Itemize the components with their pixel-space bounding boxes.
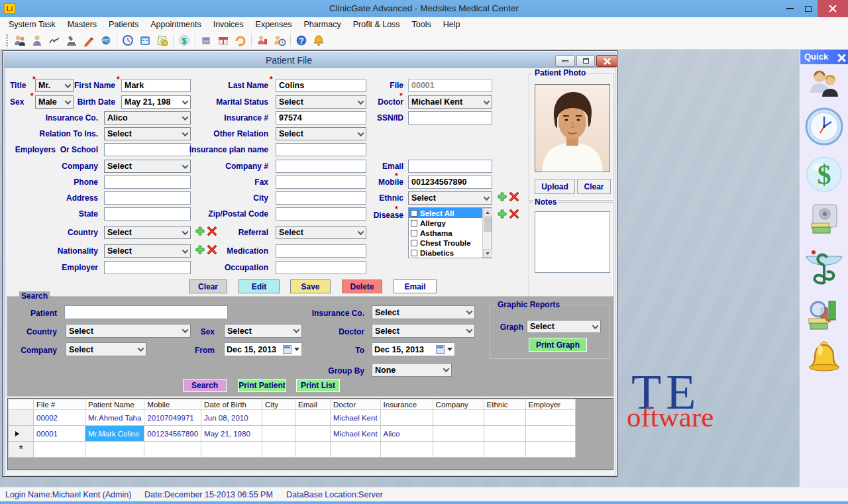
quick-safe-icon[interactable] bbox=[806, 202, 842, 240]
search-country-select[interactable]: Select bbox=[66, 324, 191, 338]
menu-pharmacy[interactable]: Pharmacy bbox=[297, 18, 346, 31]
grid-row-1[interactable]: 00002 Mr.Ahmed Taha 20107049971 Jun 08, … bbox=[9, 410, 576, 426]
disease-item-allergy[interactable]: Allergy bbox=[409, 218, 492, 228]
cell[interactable]: Michael Kent bbox=[331, 410, 380, 426]
col-dob[interactable]: Date of Birth bbox=[201, 399, 262, 410]
patients-icon[interactable] bbox=[11, 33, 28, 48]
search-doctor-select[interactable]: Select bbox=[372, 324, 475, 338]
quick-pharmacy-icon[interactable] bbox=[804, 242, 845, 293]
notes-textarea[interactable] bbox=[535, 211, 610, 273]
doctor-select[interactable]: Michael Kent bbox=[408, 95, 492, 109]
refresh-icon[interactable] bbox=[232, 33, 249, 48]
signature-icon[interactable] bbox=[46, 33, 63, 48]
col-city[interactable]: City bbox=[262, 399, 295, 410]
menu-profit-loss[interactable]: Profit & Loss bbox=[347, 18, 406, 31]
cell[interactable] bbox=[295, 410, 331, 426]
menu-system-task[interactable]: System Task bbox=[3, 18, 62, 31]
cell[interactable] bbox=[34, 442, 85, 458]
cell[interactable] bbox=[484, 426, 525, 442]
dollar-icon[interactable]: $ bbox=[176, 33, 193, 48]
nationality-select[interactable]: Select bbox=[104, 244, 191, 258]
photo-clear-button[interactable]: Clear bbox=[577, 179, 611, 194]
close-button[interactable] bbox=[818, 0, 848, 17]
cell[interactable] bbox=[201, 442, 262, 458]
search-to-date[interactable]: Dec 15, 2013 bbox=[372, 342, 455, 356]
disease-item-asthama[interactable]: Asthama bbox=[409, 228, 492, 238]
col-mobile[interactable]: Mobile bbox=[144, 399, 201, 410]
address-input[interactable] bbox=[104, 191, 191, 205]
cell[interactable] bbox=[144, 442, 201, 458]
menu-patients[interactable]: Patients bbox=[103, 18, 144, 31]
help-icon[interactable]: ? bbox=[293, 33, 310, 48]
globe-icon[interactable] bbox=[97, 33, 115, 48]
email-button[interactable]: Email bbox=[394, 279, 437, 293]
country-select[interactable]: Select bbox=[104, 226, 191, 239]
checkbox-icon[interactable] bbox=[411, 220, 417, 227]
cell[interactable] bbox=[484, 442, 525, 458]
checkbox-icon[interactable] bbox=[411, 210, 417, 217]
upload-button[interactable]: Upload bbox=[535, 179, 575, 194]
menu-tools[interactable]: Tools bbox=[406, 18, 437, 31]
state-input[interactable] bbox=[104, 207, 191, 221]
other-relation-select[interactable]: Select bbox=[276, 127, 366, 140]
cell[interactable] bbox=[331, 442, 380, 458]
employer-input[interactable] bbox=[104, 261, 191, 274]
print-graph-button[interactable]: Print Graph bbox=[529, 338, 587, 352]
menu-invoices[interactable]: Invoices bbox=[207, 18, 250, 31]
group-by-select[interactable]: None bbox=[372, 363, 452, 377]
ethnic-add-icon[interactable] bbox=[497, 191, 507, 205]
cell[interactable] bbox=[380, 410, 433, 426]
checkbox-icon[interactable] bbox=[411, 230, 417, 236]
medication-input[interactable] bbox=[276, 244, 366, 258]
col-file[interactable]: File # bbox=[34, 399, 85, 410]
grid-row-new[interactable]: * bbox=[9, 442, 576, 458]
bell-icon[interactable] bbox=[310, 33, 327, 48]
disease-add-icon[interactable] bbox=[497, 209, 507, 222]
disease-item-chest-trouble[interactable]: Chest Trouble bbox=[409, 238, 492, 248]
menu-appointments[interactable]: Appointments bbox=[144, 18, 207, 31]
birth-date-select[interactable]: May 21, 198 bbox=[121, 95, 191, 109]
mobile-input[interactable]: 001234567890 bbox=[408, 176, 492, 189]
file-input[interactable]: 00001 bbox=[408, 79, 492, 92]
cell[interactable] bbox=[525, 426, 575, 442]
cell[interactable]: Michael Kent bbox=[331, 426, 380, 442]
edit-button[interactable]: Edit bbox=[238, 279, 280, 293]
ssn-input[interactable] bbox=[408, 111, 492, 125]
cell[interactable] bbox=[380, 442, 433, 458]
quick-report-search-icon[interactable] bbox=[805, 296, 843, 337]
menu-expenses[interactable]: Expenses bbox=[250, 18, 298, 31]
cell[interactable] bbox=[525, 410, 575, 426]
disease-item-diabetics[interactable]: Diabetics bbox=[409, 248, 492, 258]
email-input[interactable] bbox=[408, 160, 492, 173]
occupation-input[interactable] bbox=[276, 261, 366, 274]
save-button[interactable]: Save bbox=[290, 279, 331, 293]
cell[interactable] bbox=[262, 426, 295, 442]
clock-icon[interactable] bbox=[119, 33, 136, 48]
cell[interactable] bbox=[433, 410, 484, 426]
cell[interactable]: 001234567890 bbox=[144, 426, 201, 442]
pf-minimize-button[interactable] bbox=[555, 55, 575, 67]
quick-patients-icon[interactable] bbox=[806, 66, 842, 105]
package-icon[interactable] bbox=[197, 33, 215, 48]
cell[interactable]: Alico bbox=[380, 426, 433, 442]
cell[interactable] bbox=[484, 410, 525, 426]
first-name-input[interactable]: Mark bbox=[121, 79, 191, 92]
menu-masters[interactable]: Masters bbox=[62, 18, 103, 31]
cell[interactable] bbox=[295, 442, 331, 458]
quick-dollar-icon[interactable]: $ bbox=[804, 154, 844, 197]
search-insurance-select[interactable]: Select bbox=[372, 305, 475, 319]
print-patient-button[interactable]: Print Patient bbox=[238, 379, 286, 392]
cell[interactable]: 00002 bbox=[34, 410, 85, 426]
cell[interactable] bbox=[85, 442, 144, 458]
cell[interactable]: 20107049971 bbox=[144, 410, 201, 426]
col-ethnic[interactable]: Ethnic bbox=[484, 399, 525, 410]
referral-select[interactable]: Select bbox=[276, 226, 366, 239]
search-patient-input[interactable] bbox=[64, 305, 228, 319]
scroll-down-icon[interactable] bbox=[483, 249, 492, 258]
search-company-select[interactable]: Select bbox=[66, 342, 146, 356]
disease-scrollbar[interactable] bbox=[482, 208, 492, 258]
giftbox-icon[interactable] bbox=[215, 33, 232, 48]
clear-button[interactable]: Clear bbox=[189, 279, 227, 293]
calendar-icon[interactable] bbox=[136, 33, 154, 48]
insurance-co-select[interactable]: Alico bbox=[104, 111, 191, 125]
